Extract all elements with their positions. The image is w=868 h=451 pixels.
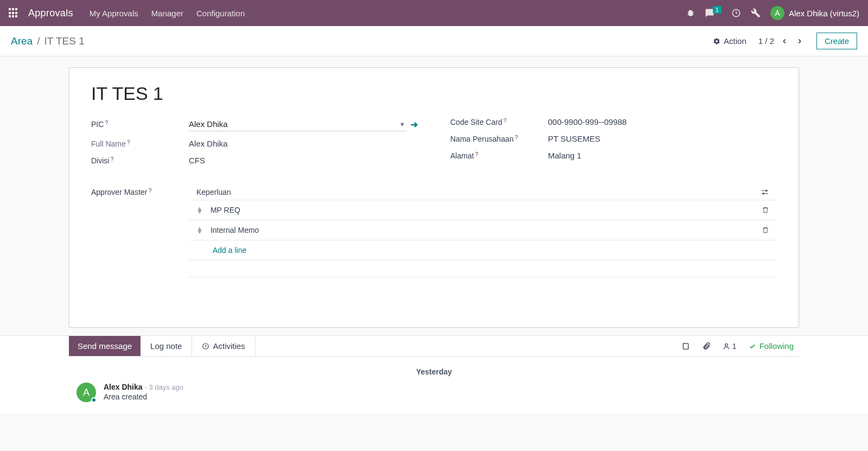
app-brand[interactable]: Approvals bbox=[28, 8, 73, 19]
gear-icon bbox=[713, 37, 720, 45]
user-menu[interactable]: A Alex Dhika (virtus2) bbox=[770, 6, 859, 20]
follower-count[interactable]: 1 bbox=[723, 342, 737, 351]
svg-point-4 bbox=[763, 193, 764, 194]
messages-badge: 1 bbox=[713, 6, 722, 14]
user-icon bbox=[723, 342, 730, 350]
message-avatar[interactable]: A bbox=[76, 383, 96, 402]
code-site-card-label: Code Site Card? bbox=[450, 118, 548, 126]
message-text: Area created bbox=[104, 392, 183, 401]
check-icon bbox=[749, 342, 756, 350]
breadcrumb-active: IT TES 1 bbox=[44, 35, 84, 47]
user-label: Alex Dhika (virtus2) bbox=[789, 9, 859, 18]
pic-input[interactable] bbox=[189, 117, 407, 131]
code-site-card-value[interactable]: 000-9900-999--09988 bbox=[548, 117, 777, 126]
send-message-button[interactable]: Send message bbox=[69, 336, 141, 356]
trash-icon[interactable] bbox=[762, 226, 769, 234]
company-value[interactable]: PT SUSEMES bbox=[548, 134, 777, 143]
clock-icon[interactable] bbox=[731, 8, 741, 18]
breadcrumb-root[interactable]: Area bbox=[11, 35, 33, 47]
col-header-keperluan[interactable]: Keperluan bbox=[196, 188, 231, 196]
form-sheet: IT TES 1 PIC? ▼ ➔ Full Name? bbox=[69, 67, 799, 328]
clock-icon bbox=[202, 342, 209, 350]
fullname-label: Full Name? bbox=[91, 139, 189, 148]
nav-manager[interactable]: Manager bbox=[151, 9, 183, 18]
help-icon[interactable]: ? bbox=[515, 134, 518, 141]
action-button[interactable]: Action bbox=[713, 36, 746, 46]
help-icon[interactable]: ? bbox=[110, 156, 113, 162]
approver-master-label: Approver Master? bbox=[91, 185, 189, 277]
divisi-label: Divisi? bbox=[91, 156, 189, 165]
help-icon[interactable]: ? bbox=[475, 151, 478, 157]
divisi-value[interactable]: CFS bbox=[189, 156, 418, 165]
message-time: - 3 days ago bbox=[144, 383, 183, 391]
help-icon[interactable]: ? bbox=[127, 139, 130, 145]
user-avatar: A bbox=[770, 6, 784, 20]
caret-down-icon[interactable]: ▼ bbox=[399, 121, 405, 128]
company-label: Nama Perusahaan? bbox=[450, 135, 548, 143]
drag-handle-icon[interactable]: ▲▼ bbox=[196, 207, 203, 213]
svg-point-2 bbox=[765, 190, 767, 192]
external-link-icon[interactable]: ➔ bbox=[411, 119, 418, 130]
action-label: Action bbox=[724, 36, 746, 46]
settings-icon[interactable] bbox=[761, 189, 769, 195]
main-nav: My Approvals Manager Configuration bbox=[90, 9, 245, 18]
following-button[interactable]: Following bbox=[749, 341, 794, 351]
form-right-column: Code Site Card? 000-9900-999--09988 Nama… bbox=[450, 117, 777, 165]
messages-icon[interactable]: 1 bbox=[705, 8, 722, 18]
row-keperluan[interactable]: MP REQ bbox=[210, 206, 762, 214]
book-icon[interactable] bbox=[681, 342, 690, 351]
help-icon[interactable]: ? bbox=[148, 187, 151, 194]
form-left-column: PIC? ▼ ➔ Full Name? Alex Dhika bbox=[91, 117, 418, 165]
help-icon[interactable]: ? bbox=[503, 117, 507, 124]
breadcrumb: Area / IT TES 1 bbox=[11, 35, 85, 47]
log-note-button[interactable]: Log note bbox=[141, 336, 192, 356]
pager-prev-icon[interactable] bbox=[780, 37, 789, 45]
attachment-icon[interactable] bbox=[702, 342, 711, 351]
apps-icon[interactable] bbox=[9, 8, 18, 18]
fullname-value: Alex Dhika bbox=[189, 139, 418, 148]
topbar: Approvals My Approvals Manager Configura… bbox=[0, 0, 868, 26]
date-separator: Yesterday bbox=[69, 357, 799, 383]
add-line-link[interactable]: Add a line bbox=[213, 246, 246, 255]
chatter: Send message Log note Activities 1 bbox=[69, 336, 799, 413]
activities-button[interactable]: Activities bbox=[192, 336, 255, 356]
help-icon[interactable]: ? bbox=[105, 119, 108, 126]
pager: 1 / 2 bbox=[758, 36, 805, 46]
nav-configuration[interactable]: Configuration bbox=[196, 9, 245, 18]
table-row[interactable]: ▲▼ Internal Memo bbox=[189, 220, 777, 240]
record-title: IT TES 1 bbox=[91, 83, 777, 104]
message: A Alex Dhika - 3 days ago Area created bbox=[69, 383, 799, 413]
message-author[interactable]: Alex Dhika bbox=[104, 383, 143, 391]
alamat-value[interactable]: Malang 1 bbox=[548, 151, 777, 160]
tools-icon[interactable] bbox=[751, 8, 761, 18]
svg-point-6 bbox=[725, 344, 727, 346]
pager-next-icon[interactable] bbox=[795, 37, 805, 45]
pic-label: PIC? bbox=[91, 120, 189, 129]
create-button[interactable]: Create bbox=[816, 33, 857, 49]
approver-table: Keperluan ▲▼ MP REQ ▲▼ Internal Memo bbox=[189, 185, 777, 277]
nav-my-approvals[interactable]: My Approvals bbox=[90, 9, 138, 18]
row-keperluan[interactable]: Internal Memo bbox=[210, 226, 762, 234]
table-row[interactable]: ▲▼ MP REQ bbox=[189, 200, 777, 220]
trash-icon[interactable] bbox=[762, 206, 769, 214]
pager-text[interactable]: 1 / 2 bbox=[758, 36, 774, 46]
control-panel: Area / IT TES 1 Action 1 / 2 Create bbox=[0, 26, 868, 56]
alamat-label: Alamat? bbox=[450, 151, 548, 160]
status-dot-icon bbox=[91, 397, 97, 403]
bug-icon[interactable] bbox=[686, 9, 695, 17]
drag-handle-icon[interactable]: ▲▼ bbox=[196, 227, 203, 233]
breadcrumb-sep: / bbox=[37, 35, 40, 47]
